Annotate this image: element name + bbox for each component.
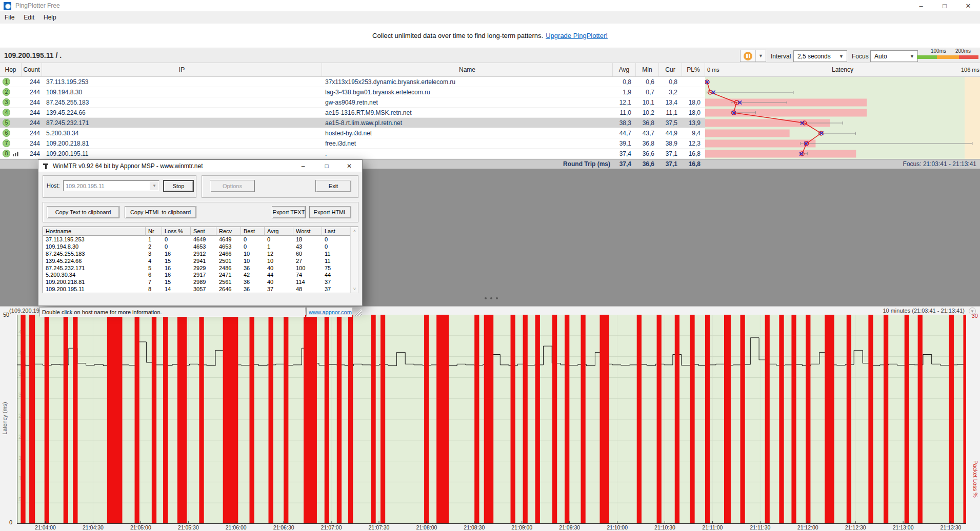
col-count[interactable]: Count bbox=[22, 63, 42, 76]
upgrade-link[interactable]: Upgrade PingPlotter! bbox=[546, 32, 608, 39]
ip-cell: 109.200.218.81 bbox=[42, 140, 322, 147]
focus-range: Focus: 21:03:41 - 21:13:41 bbox=[903, 160, 976, 168]
winmtr-col-avrg[interactable]: Avrg bbox=[265, 227, 293, 236]
interval-select[interactable]: 2,5 seconds▼ bbox=[793, 50, 847, 62]
pl-cell: 16,8 bbox=[682, 150, 705, 157]
ip-cell: 109.200.195.11 bbox=[42, 150, 322, 157]
export-html-button[interactable]: Export HTML bbox=[309, 206, 351, 218]
time-tick-label: 21:11:00 bbox=[702, 524, 723, 530]
col-pl[interactable]: PL% bbox=[682, 63, 705, 76]
name-cell: . bbox=[322, 150, 613, 157]
menu-help[interactable]: Help bbox=[39, 14, 61, 21]
col-name[interactable]: Name bbox=[322, 63, 613, 76]
name-cell: 37x113x195x253.dynamic.bryansk.ertelecom… bbox=[322, 78, 613, 86]
pause-button[interactable]: ▼ bbox=[740, 50, 766, 62]
trace-row[interactable]: 2244109.194.8.30lag-3-438.bgw01.bryansk.… bbox=[0, 87, 705, 97]
winmtr-col-recv[interactable]: Recv bbox=[216, 227, 241, 236]
chevron-down-icon[interactable]: ▼ bbox=[150, 181, 158, 190]
winmtr-row[interactable]: 139.45.224.664152941250110102711 bbox=[43, 257, 358, 264]
round-trip-min: 36,6 bbox=[636, 160, 659, 168]
trace-row[interactable]: 62445.200.30.34hosted-by.i3d.net44,743,7… bbox=[0, 128, 705, 138]
col-avg[interactable]: Avg bbox=[613, 63, 636, 76]
options-button[interactable]: Options bbox=[210, 180, 255, 192]
time-tick-label: 21:11:30 bbox=[750, 524, 770, 530]
name-cell: free.i3d.net bbox=[322, 140, 613, 147]
winmtr-col-worst[interactable]: Worst bbox=[293, 227, 322, 236]
trace-row[interactable]: 4244139.45.224.66ae15-1316.RT.M9.MSK.ret… bbox=[0, 108, 705, 118]
export-text-button[interactable]: Export TEXT bbox=[272, 206, 306, 218]
avg-cell: 38,3 bbox=[613, 119, 636, 127]
winmtr-maximize-icon[interactable]: □ bbox=[316, 160, 337, 172]
maximize-icon[interactable]: □ bbox=[933, 0, 956, 11]
min-cell: 36,6 bbox=[636, 150, 659, 157]
winmtr-dialog: WinMTR v0.92 64 bit by Appnor MSP - www.… bbox=[38, 159, 363, 306]
cur-cell: 11,1 bbox=[659, 109, 682, 116]
avg-cell: 39,1 bbox=[613, 140, 636, 147]
col-cur[interactable]: Cur bbox=[659, 63, 682, 76]
pause-dropdown-icon[interactable]: ▼ bbox=[756, 50, 766, 62]
copy-html-button[interactable]: Copy HTML to clipboard bbox=[125, 206, 196, 218]
stop-button[interactable]: Stop bbox=[163, 180, 194, 192]
trace-row[interactable]: 124437.113.195.25337x113x195x253.dynamic… bbox=[0, 77, 705, 87]
time-tick-label: 21:06:00 bbox=[226, 524, 247, 530]
hop-badge: 5 bbox=[3, 119, 10, 127]
winmtr-col-sent[interactable]: Sent bbox=[191, 227, 216, 236]
trace-row[interactable]: 324487.245.255.183gw-as9049.retn.net12,1… bbox=[0, 97, 705, 108]
focus-select[interactable]: Auto▼ bbox=[870, 50, 918, 62]
timeline-plot[interactable]: 51015202530354045 bbox=[17, 315, 966, 524]
name-cell: ae15-1316.RT.M9.MSK.retn.net bbox=[322, 109, 613, 116]
exit-button[interactable]: Exit bbox=[315, 180, 351, 192]
time-tick-label: 21:12:30 bbox=[845, 524, 866, 530]
winmtr-col-loss[interactable]: Loss % bbox=[162, 227, 191, 236]
winmtr-minimize-icon[interactable]: – bbox=[292, 160, 314, 172]
ip-cell: 37.113.195.253 bbox=[42, 78, 322, 86]
winmtr-scrollbar[interactable]: ˄ ˅ bbox=[350, 227, 358, 293]
col-ip[interactable]: IP bbox=[42, 63, 322, 76]
winmtr-status-text: Double click on host name for more infor… bbox=[39, 307, 305, 317]
winmtr-row[interactable]: 87.245.255.1833162912246610126011 bbox=[43, 250, 358, 257]
winmtr-close-icon[interactable]: ✕ bbox=[338, 160, 360, 172]
col-min[interactable]: Min bbox=[636, 63, 659, 76]
copy-text-button[interactable]: Copy Text to clipboard bbox=[47, 206, 119, 218]
winmtr-col-nr[interactable]: Nr bbox=[146, 227, 162, 236]
col-hop[interactable]: Hop bbox=[0, 63, 22, 76]
winmtr-col-best[interactable]: Best bbox=[241, 227, 265, 236]
winmtr-row[interactable]: 109.200.218.8171529892561364011437 bbox=[43, 278, 358, 285]
name-cell: ae15-8.rt.lim.waw.pl.retn.net bbox=[322, 119, 613, 127]
trace-row[interactable]: 524487.245.232.171ae15-8.rt.lim.waw.pl.r… bbox=[0, 118, 705, 128]
winmtr-app-icon bbox=[43, 163, 49, 169]
winmtr-row[interactable]: 109.194.8.30204653465301430 bbox=[43, 243, 358, 250]
hop-latency-chart bbox=[705, 77, 980, 159]
count-cell: 244 bbox=[22, 150, 42, 157]
min-cell: 0,7 bbox=[636, 89, 659, 96]
host-input[interactable]: 109.200.195.11▼ bbox=[63, 180, 159, 191]
min-cell: 36,8 bbox=[636, 140, 659, 147]
winmtr-row[interactable]: 5.200.30.346162917247142447444 bbox=[43, 271, 358, 278]
winmtr-title-bar[interactable]: WinMTR v0.92 64 bit by Appnor MSP - www.… bbox=[38, 160, 362, 172]
winmtr-row[interactable]: 109.200.195.118143057264636374837 bbox=[43, 285, 358, 293]
close-icon[interactable]: ✕ bbox=[956, 0, 980, 11]
chevron-down-icon: ▼ bbox=[910, 54, 914, 59]
splitter-handle[interactable] bbox=[485, 297, 498, 299]
winmtr-row[interactable]: 87.245.232.17151629292486364010075 bbox=[43, 264, 358, 272]
name-cell: hosted-by.i3d.net bbox=[322, 130, 613, 137]
trace-row[interactable]: 7244109.200.218.81free.i3d.net39,136,838… bbox=[0, 138, 705, 149]
trace-rows-area: 124437.113.195.25337x113x195x253.dynamic… bbox=[0, 77, 980, 159]
scroll-up-icon[interactable]: ˄ bbox=[351, 227, 358, 235]
avg-cell: 1,9 bbox=[613, 89, 636, 96]
menu-edit[interactable]: Edit bbox=[19, 14, 39, 21]
winmtr-table-header: HostnameNrLoss %SentRecvBestAvrgWorstLas… bbox=[43, 227, 358, 236]
winmtr-col-hostname[interactable]: Hostname bbox=[43, 227, 146, 236]
time-tick-label: 21:10:00 bbox=[607, 524, 628, 530]
scroll-down-icon[interactable]: ˅ bbox=[351, 285, 358, 293]
winmtr-row[interactable]: 37.113.195.253104649464900180 bbox=[43, 236, 358, 243]
winmtr-results-table: HostnameNrLoss %SentRecvBestAvrgWorstLas… bbox=[43, 227, 358, 293]
menu-file[interactable]: File bbox=[0, 14, 19, 21]
minimize-icon[interactable]: – bbox=[909, 0, 933, 11]
winmtr-col-last[interactable]: Last bbox=[322, 227, 350, 236]
hop-badge: 3 bbox=[3, 98, 10, 106]
appnor-link[interactable]: www.appnor.com bbox=[309, 309, 352, 315]
round-trip-cur: 37,1 bbox=[659, 160, 682, 168]
time-tick-label: 21:13:30 bbox=[941, 524, 962, 530]
trace-row[interactable]: 8244109.200.195.11.37,436,637,116,8 bbox=[0, 149, 705, 159]
